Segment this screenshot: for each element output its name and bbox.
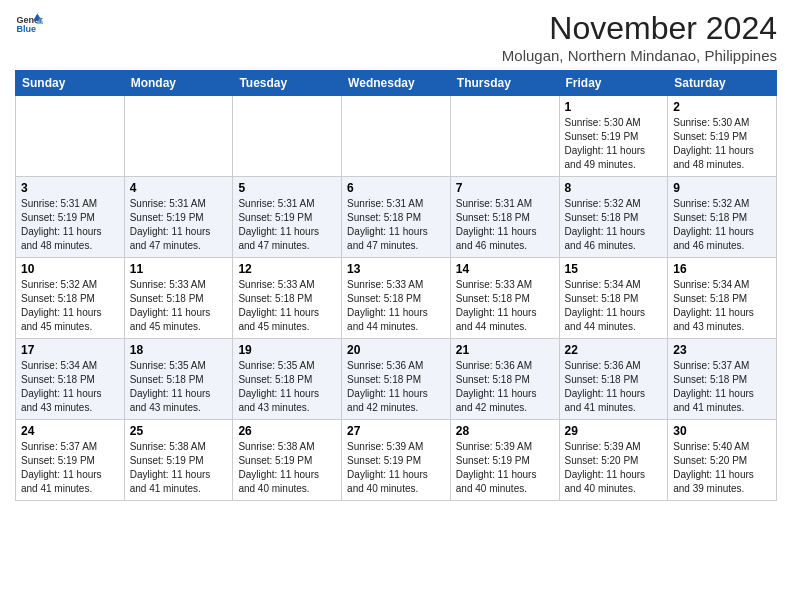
calendar-cell: 22Sunrise: 5:36 AM Sunset: 5:18 PM Dayli… [559,339,668,420]
day-number: 8 [565,181,663,195]
day-number: 13 [347,262,445,276]
calendar-cell: 3Sunrise: 5:31 AM Sunset: 5:19 PM Daylig… [16,177,125,258]
day-info: Sunrise: 5:31 AM Sunset: 5:19 PM Dayligh… [130,197,228,253]
day-number: 9 [673,181,771,195]
day-info: Sunrise: 5:38 AM Sunset: 5:19 PM Dayligh… [130,440,228,496]
calendar-cell: 13Sunrise: 5:33 AM Sunset: 5:18 PM Dayli… [342,258,451,339]
calendar-cell: 16Sunrise: 5:34 AM Sunset: 5:18 PM Dayli… [668,258,777,339]
page-header: General Blue November 2024 Molugan, Nort… [15,10,777,64]
day-number: 7 [456,181,554,195]
day-number: 15 [565,262,663,276]
calendar-week-4: 17Sunrise: 5:34 AM Sunset: 5:18 PM Dayli… [16,339,777,420]
day-number: 28 [456,424,554,438]
calendar-cell [450,96,559,177]
calendar-cell: 12Sunrise: 5:33 AM Sunset: 5:18 PM Dayli… [233,258,342,339]
calendar-cell: 4Sunrise: 5:31 AM Sunset: 5:19 PM Daylig… [124,177,233,258]
day-info: Sunrise: 5:33 AM Sunset: 5:18 PM Dayligh… [456,278,554,334]
day-number: 22 [565,343,663,357]
calendar-week-5: 24Sunrise: 5:37 AM Sunset: 5:19 PM Dayli… [16,420,777,501]
calendar-cell: 19Sunrise: 5:35 AM Sunset: 5:18 PM Dayli… [233,339,342,420]
calendar-cell: 28Sunrise: 5:39 AM Sunset: 5:19 PM Dayli… [450,420,559,501]
calendar-cell [233,96,342,177]
day-info: Sunrise: 5:30 AM Sunset: 5:19 PM Dayligh… [673,116,771,172]
calendar-cell: 14Sunrise: 5:33 AM Sunset: 5:18 PM Dayli… [450,258,559,339]
weekday-header-thursday: Thursday [450,71,559,96]
location-title: Molugan, Northern Mindanao, Philippines [502,47,777,64]
calendar-cell: 9Sunrise: 5:32 AM Sunset: 5:18 PM Daylig… [668,177,777,258]
day-info: Sunrise: 5:34 AM Sunset: 5:18 PM Dayligh… [21,359,119,415]
calendar-week-1: 1Sunrise: 5:30 AM Sunset: 5:19 PM Daylig… [16,96,777,177]
day-number: 29 [565,424,663,438]
calendar-cell: 20Sunrise: 5:36 AM Sunset: 5:18 PM Dayli… [342,339,451,420]
weekday-header-tuesday: Tuesday [233,71,342,96]
day-info: Sunrise: 5:34 AM Sunset: 5:18 PM Dayligh… [673,278,771,334]
day-info: Sunrise: 5:38 AM Sunset: 5:19 PM Dayligh… [238,440,336,496]
day-number: 20 [347,343,445,357]
day-number: 6 [347,181,445,195]
day-number: 17 [21,343,119,357]
weekday-header-monday: Monday [124,71,233,96]
calendar-cell [16,96,125,177]
day-number: 23 [673,343,771,357]
day-info: Sunrise: 5:31 AM Sunset: 5:18 PM Dayligh… [456,197,554,253]
calendar-week-2: 3Sunrise: 5:31 AM Sunset: 5:19 PM Daylig… [16,177,777,258]
logo: General Blue [15,10,43,38]
day-info: Sunrise: 5:32 AM Sunset: 5:18 PM Dayligh… [21,278,119,334]
weekday-header-saturday: Saturday [668,71,777,96]
day-info: Sunrise: 5:33 AM Sunset: 5:18 PM Dayligh… [130,278,228,334]
day-info: Sunrise: 5:34 AM Sunset: 5:18 PM Dayligh… [565,278,663,334]
weekday-header-sunday: Sunday [16,71,125,96]
day-number: 16 [673,262,771,276]
title-block: November 2024 Molugan, Northern Mindanao… [502,10,777,64]
weekday-header-wednesday: Wednesday [342,71,451,96]
day-info: Sunrise: 5:39 AM Sunset: 5:19 PM Dayligh… [456,440,554,496]
day-info: Sunrise: 5:37 AM Sunset: 5:18 PM Dayligh… [673,359,771,415]
calendar-cell: 15Sunrise: 5:34 AM Sunset: 5:18 PM Dayli… [559,258,668,339]
day-number: 5 [238,181,336,195]
calendar-cell: 1Sunrise: 5:30 AM Sunset: 5:19 PM Daylig… [559,96,668,177]
day-info: Sunrise: 5:35 AM Sunset: 5:18 PM Dayligh… [238,359,336,415]
calendar-cell: 18Sunrise: 5:35 AM Sunset: 5:18 PM Dayli… [124,339,233,420]
calendar-cell: 26Sunrise: 5:38 AM Sunset: 5:19 PM Dayli… [233,420,342,501]
day-info: Sunrise: 5:36 AM Sunset: 5:18 PM Dayligh… [565,359,663,415]
day-number: 14 [456,262,554,276]
day-number: 24 [21,424,119,438]
day-info: Sunrise: 5:31 AM Sunset: 5:19 PM Dayligh… [238,197,336,253]
day-info: Sunrise: 5:33 AM Sunset: 5:18 PM Dayligh… [347,278,445,334]
calendar-cell: 24Sunrise: 5:37 AM Sunset: 5:19 PM Dayli… [16,420,125,501]
calendar-cell: 5Sunrise: 5:31 AM Sunset: 5:19 PM Daylig… [233,177,342,258]
day-number: 30 [673,424,771,438]
day-number: 10 [21,262,119,276]
day-number: 25 [130,424,228,438]
calendar-cell: 11Sunrise: 5:33 AM Sunset: 5:18 PM Dayli… [124,258,233,339]
day-number: 11 [130,262,228,276]
calendar-cell [342,96,451,177]
day-number: 26 [238,424,336,438]
day-info: Sunrise: 5:39 AM Sunset: 5:19 PM Dayligh… [347,440,445,496]
calendar-cell: 29Sunrise: 5:39 AM Sunset: 5:20 PM Dayli… [559,420,668,501]
day-number: 12 [238,262,336,276]
calendar-cell: 23Sunrise: 5:37 AM Sunset: 5:18 PM Dayli… [668,339,777,420]
calendar-cell: 2Sunrise: 5:30 AM Sunset: 5:19 PM Daylig… [668,96,777,177]
day-number: 27 [347,424,445,438]
calendar-cell: 21Sunrise: 5:36 AM Sunset: 5:18 PM Dayli… [450,339,559,420]
day-info: Sunrise: 5:31 AM Sunset: 5:18 PM Dayligh… [347,197,445,253]
calendar-cell: 25Sunrise: 5:38 AM Sunset: 5:19 PM Dayli… [124,420,233,501]
calendar-week-3: 10Sunrise: 5:32 AM Sunset: 5:18 PM Dayli… [16,258,777,339]
day-info: Sunrise: 5:30 AM Sunset: 5:19 PM Dayligh… [565,116,663,172]
day-info: Sunrise: 5:37 AM Sunset: 5:19 PM Dayligh… [21,440,119,496]
day-number: 21 [456,343,554,357]
svg-text:Blue: Blue [16,24,36,34]
day-number: 18 [130,343,228,357]
calendar-cell: 17Sunrise: 5:34 AM Sunset: 5:18 PM Dayli… [16,339,125,420]
day-number: 2 [673,100,771,114]
day-number: 4 [130,181,228,195]
calendar-cell: 7Sunrise: 5:31 AM Sunset: 5:18 PM Daylig… [450,177,559,258]
day-number: 3 [21,181,119,195]
calendar-table: SundayMondayTuesdayWednesdayThursdayFrid… [15,70,777,501]
day-info: Sunrise: 5:40 AM Sunset: 5:20 PM Dayligh… [673,440,771,496]
day-number: 1 [565,100,663,114]
weekday-header-row: SundayMondayTuesdayWednesdayThursdayFrid… [16,71,777,96]
calendar-cell: 8Sunrise: 5:32 AM Sunset: 5:18 PM Daylig… [559,177,668,258]
day-info: Sunrise: 5:35 AM Sunset: 5:18 PM Dayligh… [130,359,228,415]
